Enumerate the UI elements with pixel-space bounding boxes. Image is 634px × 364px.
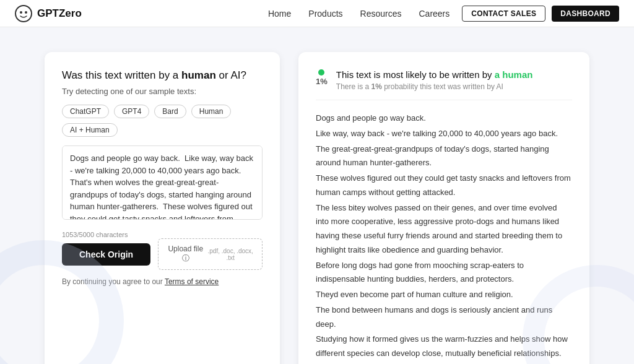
chip-ai-human[interactable]: AI + Human bbox=[62, 123, 118, 137]
nav-links: Home Products Resources Careers bbox=[268, 9, 449, 19]
sample-chips: ChatGPT GPT4 Bard Human AI + Human bbox=[62, 105, 263, 137]
svg-point-0 bbox=[15, 6, 32, 22]
sentence-5: The less bitey wolves passed on their ge… bbox=[316, 201, 572, 258]
bottom-actions: Check Origin Upload file ⓘ .pdf, .doc, .… bbox=[62, 238, 263, 270]
verdict-prefix: This text is most likely to be written b… bbox=[336, 69, 495, 80]
sentence-2: Like way, way back - we're talking 20,00… bbox=[316, 127, 572, 141]
contact-sales-button[interactable]: CONTACT SALES bbox=[462, 6, 545, 22]
verdict-word: a human bbox=[495, 69, 533, 80]
result-card: 1% This text is most likely to be writte… bbox=[298, 52, 589, 364]
gauge-dot bbox=[318, 69, 324, 76]
verdict-text: This text is most likely to be written b… bbox=[336, 69, 572, 80]
input-card: Was this text written by a human or AI? … bbox=[45, 52, 280, 364]
chip-human[interactable]: Human bbox=[191, 105, 232, 118]
title-suffix: or AI? bbox=[216, 69, 246, 81]
text-input[interactable] bbox=[62, 145, 263, 220]
verdict-sub-pct: 1% bbox=[371, 82, 382, 91]
card-subtitle: Try detecting one of our sample texts: bbox=[62, 87, 263, 96]
card-title: Was this text written by a human or AI? bbox=[62, 69, 263, 82]
terms-link[interactable]: Terms of service bbox=[165, 277, 219, 286]
sentence-6: Before long dogs had gone from mooching … bbox=[316, 259, 572, 287]
textarea-wrapper bbox=[62, 145, 263, 222]
terms-text: By continuing you agree to our Terms of … bbox=[62, 277, 263, 286]
result-body: Dogs and people go way back. Like way, w… bbox=[316, 111, 572, 364]
gauge-percent: 1% bbox=[316, 77, 328, 86]
result-verdict: This text is most likely to be written b… bbox=[336, 69, 572, 91]
sentence-7: Theyd even become part of human culture … bbox=[316, 288, 572, 302]
check-origin-button[interactable]: Check Origin bbox=[62, 243, 150, 266]
title-prefix: Was this text written by a bbox=[62, 69, 181, 81]
navbar: GPTZero Home Products Resources Careers … bbox=[0, 0, 634, 27]
svg-point-2 bbox=[25, 11, 27, 14]
nav-home[interactable]: Home bbox=[268, 9, 291, 19]
sentence-3: The great-great-great-grandpups of today… bbox=[316, 142, 572, 171]
nav-actions: CONTACT SALES DASHBOARD bbox=[462, 6, 619, 22]
sentence-1: Dogs and people go way back. bbox=[316, 111, 572, 126]
nav-products[interactable]: Products bbox=[308, 9, 342, 19]
logo-text: GPTZero bbox=[37, 7, 82, 20]
chip-bard[interactable]: Bard bbox=[154, 105, 186, 118]
chip-gpt4[interactable]: GPT4 bbox=[114, 105, 149, 118]
result-gauge: 1% bbox=[316, 69, 328, 86]
dashboard-button[interactable]: DASHBOARD bbox=[552, 6, 619, 22]
result-header: 1% This text is most likely to be writte… bbox=[316, 69, 572, 100]
title-bold: human bbox=[181, 69, 216, 81]
nav-careers[interactable]: Careers bbox=[419, 9, 449, 19]
sentence-9: Studying how it formed gives us the warm… bbox=[316, 332, 572, 361]
upload-file-button[interactable]: Upload file ⓘ .pdf, .doc, .docx, .txt bbox=[158, 238, 263, 270]
main-content: Was this text written by a human or AI? … bbox=[0, 27, 634, 364]
chip-chatgpt[interactable]: ChatGPT bbox=[62, 105, 109, 118]
sentence-4: These wolves figured out they could get … bbox=[316, 171, 572, 200]
nav-resources[interactable]: Resources bbox=[360, 9, 402, 19]
svg-point-1 bbox=[20, 11, 22, 14]
logo-icon bbox=[15, 5, 32, 22]
logo[interactable]: GPTZero bbox=[15, 5, 82, 22]
upload-formats: .pdf, .doc, .docx, .txt bbox=[207, 248, 253, 261]
char-count: 1053/5000 characters bbox=[62, 231, 263, 238]
upload-label: Upload file ⓘ bbox=[167, 245, 204, 264]
verdict-sub: There is a 1% probability this text was … bbox=[336, 82, 572, 91]
sentence-8: The bond between humans and dogs is seri… bbox=[316, 303, 572, 332]
